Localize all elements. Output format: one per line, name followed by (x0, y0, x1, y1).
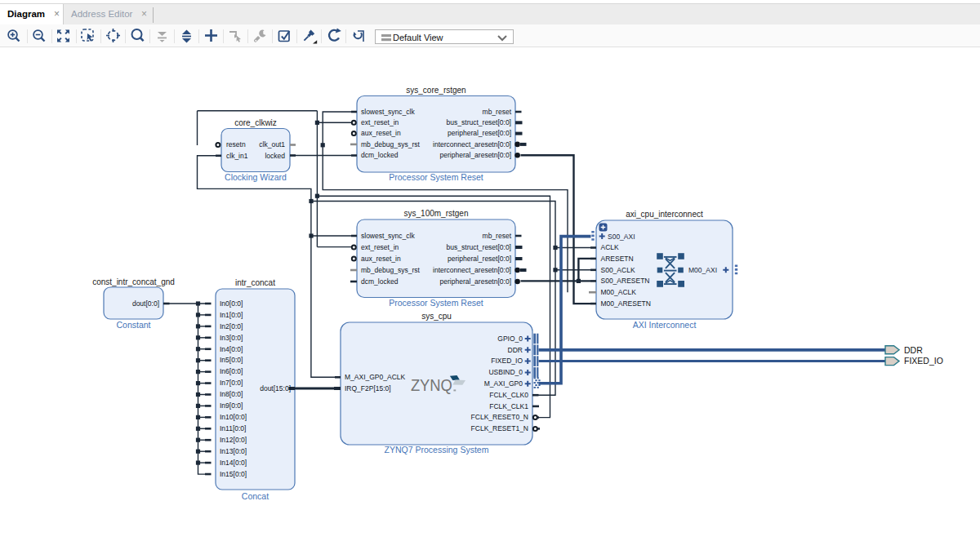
svg-text:peripheral_aresetn[0:0]: peripheral_aresetn[0:0] (440, 277, 511, 286)
svg-text:mb_debug_sys_rst: mb_debug_sys_rst (361, 266, 420, 274)
svg-text:ZYNQ7 Processing System: ZYNQ7 Processing System (385, 445, 489, 455)
svg-text:USBIND_0: USBIND_0 (488, 368, 523, 376)
svg-text:DDR: DDR (904, 345, 923, 355)
svg-text:In15[0:0]: In15[0:0] (220, 470, 247, 478)
svg-text:ACLK: ACLK (601, 243, 620, 251)
svg-text:clk_in1: clk_in1 (226, 152, 248, 160)
svg-text:IRQ_F2P[15:0]: IRQ_F2P[15:0] (345, 384, 391, 392)
svg-text:M00_ACLK: M00_ACLK (601, 288, 637, 296)
svg-text:sys_core_rstgen: sys_core_rstgen (406, 86, 466, 95)
svg-text:clk_out1: clk_out1 (259, 140, 285, 149)
svg-text:const_intr_concat_gnd: const_intr_concat_gnd (92, 277, 175, 286)
svg-text:sys_100m_rstgen: sys_100m_rstgen (404, 209, 469, 218)
svg-text:In5[0:0]: In5[0:0] (220, 356, 243, 364)
svg-text:DDR: DDR (508, 346, 523, 354)
svg-text:Constant: Constant (116, 320, 150, 330)
svg-text:In10[0:0]: In10[0:0] (220, 413, 247, 421)
svg-text:In12[0:0]: In12[0:0] (220, 436, 247, 444)
svg-text:FCLK_RESET0_N: FCLK_RESET0_N (471, 413, 528, 421)
svg-text:In9[0:0]: In9[0:0] (220, 401, 243, 410)
svg-text:interconnect_aresetn[0:0]: interconnect_aresetn[0:0] (433, 140, 511, 149)
svg-text:In4[0:0]: In4[0:0] (220, 345, 243, 353)
svg-text:sys_cpu: sys_cpu (421, 312, 452, 321)
svg-text:aux_reset_in: aux_reset_in (361, 255, 401, 263)
svg-text:FCLK_CLK1: FCLK_CLK1 (489, 402, 528, 410)
svg-text:ext_reset_in: ext_reset_in (361, 118, 399, 126)
svg-text:dout[15:0]: dout[15:0] (260, 384, 291, 392)
svg-text:In13[0:0]: In13[0:0] (220, 447, 247, 455)
svg-text:peripheral_reset[0:0]: peripheral_reset[0:0] (448, 129, 511, 137)
svg-text:resetn: resetn (226, 140, 246, 149)
svg-text:Processor System Reset: Processor System Reset (389, 172, 483, 182)
svg-text:ZYNQ: ZYNQ (411, 376, 452, 394)
svg-text:In3[0:0]: In3[0:0] (220, 334, 243, 342)
svg-text:FCLK_RESET1_N: FCLK_RESET1_N (471, 424, 528, 432)
svg-text:Clocking Wizard: Clocking Wizard (225, 172, 287, 182)
svg-text:bus_struct_reset[0:0]: bus_struct_reset[0:0] (447, 118, 511, 126)
svg-text:axi_cpu_interconnect: axi_cpu_interconnect (626, 210, 703, 219)
svg-text:FIXED_IO: FIXED_IO (491, 357, 523, 365)
svg-text:In14[0:0]: In14[0:0] (220, 459, 247, 467)
svg-text:aux_reset_in: aux_reset_in (361, 129, 401, 137)
svg-text:ext_reset_in: ext_reset_in (361, 243, 399, 251)
svg-text:FCLK_CLK0: FCLK_CLK0 (489, 391, 528, 399)
svg-text:Concat: Concat (242, 491, 269, 501)
svg-text:peripheral_reset[0:0]: peripheral_reset[0:0] (448, 255, 511, 263)
svg-text:intr_concat: intr_concat (235, 278, 275, 287)
svg-text:In2[0:0]: In2[0:0] (220, 322, 243, 330)
svg-text:mb_reset: mb_reset (483, 232, 512, 240)
svg-text:In1[0:0]: In1[0:0] (220, 311, 243, 319)
svg-text:S00_AXI: S00_AXI (608, 233, 635, 241)
svg-text:interconnect_aresetn[0:0]: interconnect_aresetn[0:0] (433, 266, 511, 274)
svg-text:mb_debug_sys_rst: mb_debug_sys_rst (361, 140, 420, 149)
svg-text:S00_ARESETN: S00_ARESETN (601, 277, 650, 285)
svg-text:In6[0:0]: In6[0:0] (220, 367, 243, 375)
svg-text:M_AXI_GP0: M_AXI_GP0 (484, 379, 523, 388)
svg-text:slowest_sync_clk: slowest_sync_clk (361, 108, 415, 116)
svg-text:mb_reset: mb_reset (483, 108, 512, 116)
svg-text:M00_AXI: M00_AXI (688, 266, 717, 274)
svg-text:AXI Interconnect: AXI Interconnect (633, 320, 697, 330)
svg-text:Processor System Reset: Processor System Reset (389, 298, 483, 308)
svg-text:dout[0:0]: dout[0:0] (132, 299, 159, 308)
svg-text:M00_ARESETN: M00_ARESETN (601, 299, 651, 308)
svg-text:core_clkwiz: core_clkwiz (234, 118, 277, 127)
svg-text:GPIO_0: GPIO_0 (497, 335, 523, 343)
svg-text:dcm_locked: dcm_locked (361, 277, 399, 286)
svg-text:In8[0:0]: In8[0:0] (220, 390, 243, 398)
svg-text:M_AXI_GP0_ACLK: M_AXI_GP0_ACLK (345, 373, 406, 381)
svg-text:dcm_locked: dcm_locked (361, 151, 399, 159)
svg-text:S00_ACLK: S00_ACLK (601, 266, 635, 274)
svg-text:bus_struct_reset[0:0]: bus_struct_reset[0:0] (447, 243, 511, 251)
svg-text:In11[0:0]: In11[0:0] (220, 424, 246, 432)
svg-text:locked: locked (265, 152, 285, 160)
svg-text:ARESETN: ARESETN (601, 255, 634, 263)
svg-text:FIXED_IO: FIXED_IO (904, 356, 943, 366)
svg-text:slowest_sync_clk: slowest_sync_clk (361, 232, 415, 240)
svg-text:In7[0:0]: In7[0:0] (220, 379, 243, 387)
svg-text:peripheral_aresetn[0:0]: peripheral_aresetn[0:0] (440, 151, 511, 159)
svg-text:In0[0:0]: In0[0:0] (220, 299, 243, 308)
